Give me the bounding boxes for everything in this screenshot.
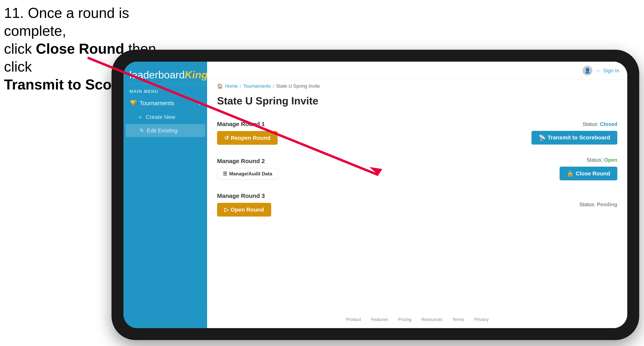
sidebar: leaderboardKing MAIN MENU 🏆 Tournaments …	[124, 62, 207, 328]
round-2-right: Status: Open 🔒 Close Round	[560, 157, 617, 180]
transmit-icon: 📡	[539, 134, 546, 141]
logo: leaderboardKing	[130, 70, 201, 80]
main-menu-label: MAIN MENU	[124, 84, 207, 96]
sign-in-label: Sign In	[603, 68, 619, 74]
round-2-label: Manage Round 2	[217, 158, 278, 165]
instruction-line1: 11. Once a round is complete,	[4, 4, 183, 40]
round-3-right: Status: Pending	[579, 201, 617, 208]
page-body: State U Spring Invite Manage Round 1 ↺ R…	[207, 89, 627, 311]
breadcrumb-home-link[interactable]: Home	[225, 83, 238, 89]
round-3-status: Status: Pending	[579, 201, 617, 208]
reopen-round-button[interactable]: ↺ Reopen Round	[217, 131, 278, 145]
chevron-down-icon: ▾	[198, 100, 201, 107]
round-3-label: Manage Round 3	[217, 192, 271, 199]
footer-privacy[interactable]: Privacy	[474, 317, 488, 322]
footer-product[interactable]: Product	[346, 317, 361, 322]
round-1-status-value: Closed	[600, 121, 617, 127]
close-icon: 🔒	[567, 170, 574, 177]
round-1-buttons-left: ↺ Reopen Round	[217, 131, 278, 145]
app-container: leaderboardKing MAIN MENU 🏆 Tournaments …	[124, 62, 627, 328]
sign-in-area[interactable]: 👤 → Sign In	[582, 66, 619, 76]
reopen-icon: ↺	[224, 135, 229, 141]
round-3-section: Manage Round 3 ▷ Open Round Status: Pend…	[217, 186, 617, 223]
breadcrumb: 🏠 Home / Tournaments / State U Spring In…	[207, 80, 627, 89]
top-bar: 👤 → Sign In	[207, 62, 627, 80]
sign-in-icon: →	[595, 68, 600, 74]
avatar: 👤	[582, 66, 592, 76]
open-round-button[interactable]: ▷ Open Round	[217, 203, 271, 216]
edit-existing-label: Edit Existing	[147, 128, 178, 134]
round-3-status-value: Pending	[597, 201, 617, 207]
round-2-status-value: Open	[604, 157, 617, 163]
audit-icon: ☰	[223, 171, 227, 176]
close-round-button[interactable]: 🔒 Close Round	[560, 167, 617, 180]
round-1-status: Status: Closed	[582, 121, 617, 127]
edit-icon: ✎	[140, 127, 144, 134]
logo-king: King	[185, 69, 208, 81]
round-1-left: Manage Round 1 ↺ Reopen Round	[217, 121, 278, 145]
round-2-status: Status: Open	[586, 157, 617, 163]
breadcrumb-current: State U Spring Invite	[276, 83, 320, 89]
round-3-buttons-left: ▷ Open Round	[217, 203, 271, 216]
round-3-left: Manage Round 3 ▷ Open Round	[217, 192, 271, 216]
transmit-scoreboard-button[interactable]: 📡 Transmit to Scoreboard	[532, 131, 617, 145]
round-2-section: Manage Round 2 ☰ Manage/Audit Data Statu…	[217, 151, 617, 186]
round-1-label: Manage Round 1	[217, 121, 278, 128]
footer: Product Features Pricing Resources Terms…	[207, 311, 627, 328]
sidebar-item-create-new[interactable]: ＋ Create New	[124, 110, 207, 124]
create-new-label: Create New	[146, 114, 175, 120]
logo-leaderboard: leaderboard	[130, 69, 185, 81]
round-2-left: Manage Round 2 ☰ Manage/Audit Data	[217, 158, 278, 179]
main-content: 👤 → Sign In 🏠 Home / Tournaments / State…	[207, 62, 627, 328]
breadcrumb-sep-1: /	[240, 83, 241, 89]
footer-pricing[interactable]: Pricing	[398, 317, 412, 322]
trophy-icon: 🏆	[130, 100, 137, 107]
tablet-screen: leaderboardKing MAIN MENU 🏆 Tournaments …	[124, 62, 627, 328]
footer-terms[interactable]: Terms	[452, 317, 464, 322]
sidebar-item-tournaments[interactable]: 🏆 Tournaments ▾	[124, 96, 207, 110]
footer-resources[interactable]: Resources	[421, 317, 442, 322]
open-icon: ▷	[224, 206, 228, 213]
breadcrumb-home-icon: 🏠	[217, 83, 223, 89]
sidebar-tournaments-label: Tournaments	[140, 100, 174, 107]
footer-features[interactable]: Features	[371, 317, 388, 322]
sidebar-logo: leaderboardKing	[124, 62, 207, 84]
round-1-right: Status: Closed 📡 Transmit to Scoreboard	[532, 121, 617, 145]
breadcrumb-tournaments-link[interactable]: Tournaments	[243, 83, 271, 89]
round-1-section: Manage Round 1 ↺ Reopen Round Status: Cl…	[217, 115, 617, 151]
plus-icon: ＋	[138, 113, 143, 121]
sidebar-item-edit-existing[interactable]: ✎ Edit Existing	[126, 124, 205, 137]
user-icon: 👤	[584, 68, 591, 74]
manage-audit-button[interactable]: ☰ Manage/Audit Data	[217, 168, 278, 179]
tablet-frame: leaderboardKing MAIN MENU 🏆 Tournaments …	[112, 50, 639, 340]
page-title: State U Spring Invite	[217, 95, 617, 107]
round-2-buttons-left: ☰ Manage/Audit Data	[217, 168, 278, 179]
breadcrumb-sep-2: /	[272, 83, 274, 89]
